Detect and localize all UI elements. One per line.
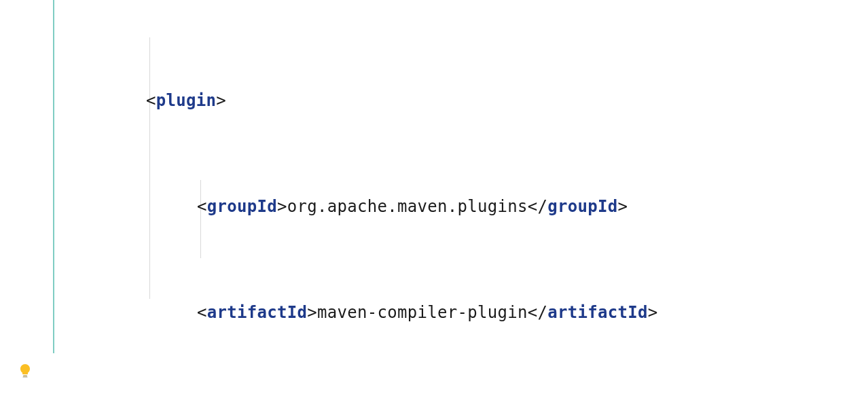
code-line: <artifactId>maven-compiler-plugin</artif… xyxy=(41,295,868,330)
code-editor[interactable]: <plugin> <groupId>org.apache.maven.plugi… xyxy=(0,0,868,394)
code-area[interactable]: <plugin> <groupId>org.apache.maven.plugi… xyxy=(41,0,868,394)
code-line: <plugin> xyxy=(41,83,868,118)
code-line: <groupId>org.apache.maven.plugins</group… xyxy=(41,189,868,224)
editor-gutter xyxy=(0,0,41,394)
code-content: <plugin> <groupId>org.apache.maven.plugi… xyxy=(41,12,868,394)
lightbulb-icon[interactable] xyxy=(17,363,33,379)
